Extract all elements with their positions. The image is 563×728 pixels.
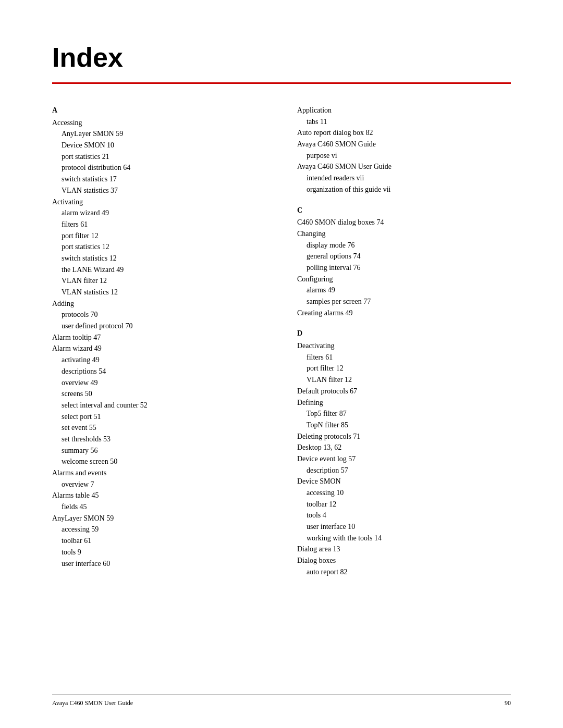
entry-sub: fields 45 <box>62 501 266 513</box>
entry-sub: Device SMON 10 <box>62 140 266 151</box>
entry-sub: protocol distribution 64 <box>62 162 266 174</box>
entry-main: Deactivating <box>297 340 511 352</box>
entry-main: Alarm wizard 49 <box>52 343 266 354</box>
entry-sub: the LANE Wizard 49 <box>62 264 266 276</box>
entry-sub: user interface 60 <box>62 558 266 570</box>
entry-sub: set event 55 <box>62 422 266 434</box>
entry-sub: polling interval 76 <box>307 262 511 274</box>
entry-sub: port filter 12 <box>307 363 511 374</box>
entry-sub: organization of this guide vii <box>307 184 511 195</box>
index-columns: AAccessingAnyLayer SMON 59Device SMON 10… <box>52 105 511 578</box>
entry-sub: tools 4 <box>307 510 511 521</box>
entry-main: Device SMON <box>297 476 511 487</box>
entry-sub: display mode 76 <box>307 240 511 251</box>
entry-sub: alarms 49 <box>307 285 511 296</box>
entry-sub: intended readers vii <box>307 172 511 184</box>
entry-sub: accessing 59 <box>62 524 266 535</box>
right-column: Applicationtabs 11Auto report dialog box… <box>297 105 511 578</box>
entry-sub: toolbar 12 <box>307 499 511 510</box>
section-letter: C <box>297 205 511 216</box>
entry-sub: overview 49 <box>62 377 266 389</box>
entry-main: Activating <box>52 196 266 208</box>
entry-sub: switch statistics 17 <box>62 174 266 185</box>
entry-sub: TopN filter 85 <box>307 419 511 431</box>
entry-sub: general options 74 <box>307 251 511 262</box>
entry-sub: select interval and counter 52 <box>62 400 266 411</box>
entry-main: Application <box>297 105 511 116</box>
entry-sub: tools 9 <box>62 547 266 558</box>
entry-main: Configuring <box>297 274 511 285</box>
entry-sub: alarm wizard 49 <box>62 207 266 219</box>
entry-sub: working with the tools 14 <box>307 533 511 544</box>
entry-sub: VLAN filter 12 <box>307 374 511 386</box>
entry-sub: auto report 82 <box>307 566 511 578</box>
entry-sub: accessing 10 <box>307 487 511 499</box>
entry-sub: set thresholds 53 <box>62 434 266 445</box>
entry-sub: overview 7 <box>62 479 266 490</box>
entry-sub: port statistics 12 <box>62 241 266 253</box>
entry-main: Creating alarms 49 <box>297 307 511 319</box>
entry-sub: toolbar 61 <box>62 535 266 547</box>
entry-sub: protocols 70 <box>62 309 266 320</box>
entry-sub: descriptions 54 <box>62 366 266 377</box>
entry-main: Alarms and events <box>52 467 266 479</box>
entry-sub: screens 50 <box>62 388 266 400</box>
entry-sub: port statistics 21 <box>62 151 266 163</box>
entry-main: Desktop 13, 62 <box>297 442 511 453</box>
entry-sub: filters 61 <box>307 352 511 363</box>
entry-sub: samples per screen 77 <box>307 296 511 307</box>
page-footer: Avaya C460 SMON User Guide 90 <box>52 695 511 707</box>
entry-sub: tabs 11 <box>307 116 511 128</box>
entry-main: Default protocols 67 <box>297 386 511 397</box>
entry-main: Defining <box>297 397 511 409</box>
entry-sub: welcome screen 50 <box>62 456 266 467</box>
entry-sub: user defined protocol 70 <box>62 320 266 332</box>
entry-sub: filters 61 <box>62 219 266 230</box>
entry-sub: VLAN filter 12 <box>62 275 266 287</box>
page: Index AAccessingAnyLayer SMON 59Device S… <box>0 0 563 728</box>
entry-main: Avaya C460 SMON Guide <box>297 139 511 150</box>
entry-sub: switch statistics 12 <box>62 253 266 264</box>
footer-left: Avaya C460 SMON User Guide <box>52 699 133 707</box>
entry-main: Auto report dialog box 82 <box>297 127 511 139</box>
entry-main: C460 SMON dialog boxes 74 <box>297 217 511 228</box>
entry-main: Device event log 57 <box>297 453 511 465</box>
entry-sub: purpose vi <box>307 150 511 162</box>
section-letter: A <box>52 105 266 116</box>
entry-main: Accessing <box>52 117 266 129</box>
page-title: Index <box>52 42 511 73</box>
entry-sub: VLAN statistics 37 <box>62 185 266 196</box>
left-column: AAccessingAnyLayer SMON 59Device SMON 10… <box>52 105 266 578</box>
entry-sub: Top5 filter 87 <box>307 408 511 419</box>
entry-sub: select port 51 <box>62 411 266 423</box>
entry-main: Adding <box>52 298 266 310</box>
entry-sub: VLAN statistics 12 <box>62 287 266 298</box>
entry-main: Alarm tooltip 47 <box>52 332 266 343</box>
entry-sub: description 57 <box>307 465 511 476</box>
entry-main: Deleting protocols 71 <box>297 431 511 442</box>
entry-sub: AnyLayer SMON 59 <box>62 128 266 140</box>
entry-main: Alarms table 45 <box>52 490 266 501</box>
entry-sub: user interface 10 <box>307 521 511 533</box>
entry-sub: summary 56 <box>62 445 266 456</box>
entry-sub: activating 49 <box>62 354 266 366</box>
entry-main: Dialog area 13 <box>297 544 511 555</box>
footer-right: 90 <box>505 699 511 707</box>
entry-main: Avaya C460 SMON User Guide <box>297 161 511 172</box>
entry-main: Dialog boxes <box>297 555 511 566</box>
entry-main: AnyLayer SMON 59 <box>52 513 266 524</box>
red-divider <box>52 82 511 84</box>
entry-sub: port filter 12 <box>62 230 266 242</box>
section-letter: D <box>297 328 511 339</box>
entry-main: Changing <box>297 228 511 240</box>
